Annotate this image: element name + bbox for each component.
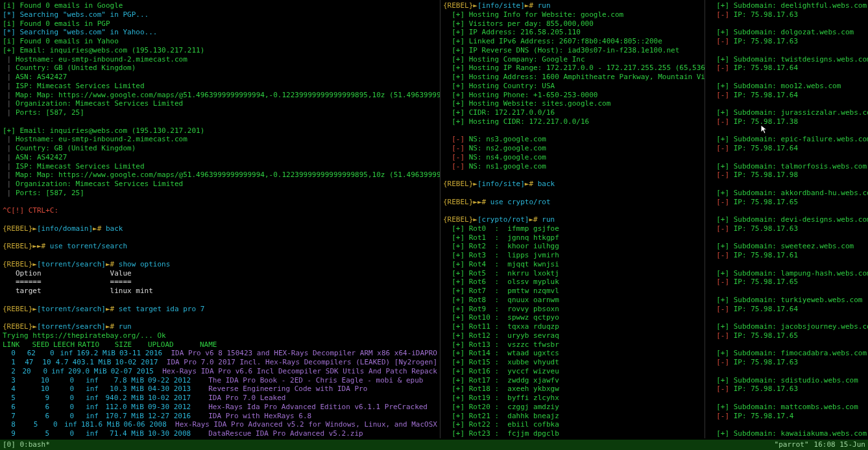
hosting-line: [+] Hosting CIDR: 172.217.0.0/16: [443, 117, 702, 126]
ip-line: [-] IP: 75.98.17.64: [708, 144, 865, 153]
subdomain-line: [+] Subdomain: jacobsjourney.webs.com: [708, 322, 865, 331]
email-detail: | Organization: Mimecast Services Limite…: [3, 180, 437, 189]
hosting-line: [+] Hosting Phone: +1-650-253-0000: [443, 91, 702, 100]
rot-line: [+] Rot6 : olssv mypluk: [443, 278, 702, 287]
options-sep: ====== =====: [3, 278, 437, 287]
subdomain-line: [+] Subdomain: fimocadabra.webs.com: [708, 349, 865, 358]
rot-line: [+] Rot11 : tqxxa rduqzp: [443, 322, 702, 331]
rot-line: [+] Rot21 : dahhk bneajz: [443, 412, 702, 421]
subdomain-line: [+] Subdomain: talmorfosis.webs.com: [708, 162, 865, 171]
email-detail: | Country: GB (United Kingdom): [3, 144, 437, 153]
prompt-line[interactable]: {REBEL}►[torrent/search]►# show options: [3, 260, 437, 269]
hosting-line: [+] Hosting Country: USA: [443, 82, 702, 91]
prompt-line[interactable]: {REBEL}►[torrent/search]►# run: [3, 322, 437, 331]
torrent-row[interactable]: 760inf170.7 MiB12-27 2016 IDA Pro with H…: [3, 412, 437, 421]
subdomain-line: [+] Subdomain: turkiyeweb.webs.com: [708, 296, 865, 305]
hosting-line: [+] CIDR: 172.217.0.0/16: [443, 108, 702, 117]
ip-line: [-] IP: 75.98.17.98: [708, 171, 865, 180]
recon-line: [*] Searching "webs.com" in Yahoo...: [3, 28, 437, 37]
ip-line: [-] IP: 75.98.17.63: [708, 358, 865, 367]
torrent-row[interactable]: 660inf112.0 MiB09-30 2012 Hex-Rays Ida P…: [3, 403, 437, 412]
torrent-row[interactable]: 590inf940.2 MiB10-02 2017 IDA Pro 7.0 Le…: [3, 394, 437, 403]
torrent-row[interactable]: 950inf71.4 MiB10-30 2008 DataRescue IDA …: [3, 429, 437, 438]
subdomain-line: [+] Subdomain: mattcombs.webs.com: [708, 403, 865, 412]
recon-line: [i] Found 0 emails in Yahoo: [3, 37, 437, 46]
rot-line: [+] Rot17 : zwddg xjawfv: [443, 376, 702, 385]
rot-line: [+] Rot16 : yvccf wizveu: [443, 367, 702, 376]
ip-line: [-] IP: 75.98.17.38: [708, 117, 865, 126]
tmux-statusbar[interactable]: [0] 0:bash* "parrot" 16:08 15-Jun: [0, 440, 868, 450]
ip-line: [-] IP: 75.98.17.64: [708, 91, 865, 100]
rot-line: [+] Rot4 : mjqqt kwnjsi: [443, 260, 702, 269]
prompt-line[interactable]: {REBEL}►[crypto/rot]►# run: [443, 215, 702, 224]
email-detail: | Hostname: eu-smtp-inbound-2.mimecast.c…: [3, 135, 437, 144]
subdomain-line: [+] Subdomain: dolgozat.webs.com: [708, 28, 865, 37]
rot-line: [+] Rot20 : czggj amdziy: [443, 403, 702, 412]
email-header: [+] Email: inquiries@webs.com (195.130.2…: [3, 46, 437, 55]
subdomain-line: [+] Subdomain: devi-designs.webs.com: [708, 215, 865, 224]
ip-line: [-] IP: 75.98.17.63: [708, 10, 865, 19]
hosting-line: [+] Hosting Address: 1600 Amphitheatre P…: [443, 73, 702, 82]
email-detail: | Ports: [587, 25]: [3, 189, 437, 198]
subdomain-line: [+] Subdomain: sweeteez.webs.com: [708, 242, 865, 251]
email-detail: | ASN: AS42427: [3, 153, 437, 162]
torrent-row[interactable]: 3100inf7.8 MiB09-22 2012 The IDA Pro Boo…: [3, 376, 437, 385]
prompt-line[interactable]: {REBEL}►[info/site]►# back: [443, 180, 702, 189]
email-detail: | Country: GB (United Kingdom): [3, 64, 437, 73]
rot-line: [+] Rot23 : fcjjm dpgclb: [443, 429, 702, 438]
pane-middle[interactable]: {REBEL}►[info/site]►# run [+] Hosting In…: [440, 0, 705, 438]
rot-line: [+] Rot19 : byffi zlcyhx: [443, 394, 702, 403]
ip-line: [-] IP: 75.98.17.65: [708, 278, 865, 287]
prompt-line[interactable]: {REBEL}►[torrent/search]►# set target id…: [3, 305, 437, 314]
pane-left[interactable]: [i] Found 0 emails in Google[*] Searchin…: [0, 0, 440, 438]
ip-line: [-] IP: 75.98.17.61: [708, 251, 865, 260]
prompt-line[interactable]: {REBEL}►[info/domain]►# back: [3, 224, 437, 233]
hosting-line: [+] Hosting Company: Google Inc: [443, 55, 702, 64]
ip-line: [-] IP: 75.98.17.65: [708, 331, 865, 340]
recon-line: [*] Searching "webs.com" in PGP...: [3, 10, 437, 19]
hosting-line: [+] Hosting Website: sites.google.com: [443, 99, 702, 108]
prompt-line[interactable]: {REBEL}►►# use crypto/rot: [443, 198, 702, 207]
rot-line: [+] Rot3 : lipps jvmirh: [443, 251, 702, 260]
rot-line: [+] Rot7 : pmttw nzqmvl: [443, 287, 702, 296]
options-header: Option Value: [3, 269, 437, 278]
email-detail: | Map: Map: https://www.google.com/maps/…: [3, 91, 437, 100]
status-host: "parrot": [775, 440, 809, 449]
torrent-row[interactable]: 147104.7403.1 MiB10-02 2017 IDA Pro 7.0 …: [3, 358, 437, 367]
hosting-line: [+] Hosting IP Range: 172.217.0.0 - 172.…: [443, 64, 702, 73]
ns-line: [-] NS: ns1.google.com: [443, 162, 702, 171]
torrent-row[interactable]: 4100inf10.3 MiB04-30 2013 Reverse Engine…: [3, 385, 437, 394]
email-header: [+] Email: inquiries@webs.com (195.130.2…: [3, 126, 437, 136]
subdomain-line: [+] Subdomain: deelightful.webs.com: [708, 1, 865, 10]
rot-line: [+] Rot8 : qnuux oarnwm: [443, 296, 702, 305]
status-left: [0] 0:bash*: [3, 440, 50, 449]
rot-line: [+] Rot1 : jgnnq htkgpf: [443, 233, 702, 243]
subdomain-line: [+] Subdomain: moo12.webs.com: [708, 82, 865, 91]
prompt-line[interactable]: {REBEL}►[info/site]►# run: [443, 1, 702, 10]
ctrlc-line: ^C[!] CTRL+C:: [3, 206, 437, 215]
trying-line: Trying https://thepiratebay.org/... Ok: [3, 331, 437, 340]
torrent-row[interactable]: 2200inf209.0 MiB02-07 2015 Hex-Rays IDA …: [3, 367, 437, 376]
email-detail: | ISP: Mimecast Services Limited: [3, 162, 437, 171]
rot-line: [+] Rot9 : rovvy pbsoxn: [443, 305, 702, 314]
ip-line: [-] IP: 75.98.17.63: [708, 37, 865, 46]
torrent-row[interactable]: 0620inf169.2 MiB03-11 2016 IDA Pro v6 8 …: [3, 349, 437, 358]
email-detail: | Hostname: eu-smtp-inbound-2.mimecast.c…: [3, 55, 437, 64]
subdomain-line: [+] Subdomain: lampung-hash.webs.com: [708, 269, 865, 278]
ip-line: [-] IP: 75.98.17.4: [708, 412, 865, 421]
pane-right[interactable]: [+] Subdomain: deelightful.webs.com [-] …: [705, 0, 868, 438]
subdomain-line: [+] Subdomain: kawaiiakuma.webs.com: [708, 429, 865, 438]
email-detail: | Map: Map: https://www.google.com/maps/…: [3, 171, 437, 180]
hosting-line: [+] Linked IPv6 Address: 2607:f8b0:4004:…: [443, 37, 702, 46]
hosting-line: [+] Visitors per day: 855,000,000: [443, 19, 702, 29]
ip-line: [-] IP: 75.98.17.63: [708, 224, 865, 233]
email-detail: | ISP: Mimecast Services Limited: [3, 82, 437, 91]
prompt-line[interactable]: {REBEL}►►# use torrent/search: [3, 242, 437, 251]
torrent-header: LINK SEED LEECH RATIO SIZE UPLOAD NAME: [3, 340, 437, 349]
ns-line: [-] NS: ns3.google.com: [443, 135, 702, 144]
rot-line: [+] Rot14 : wtaad ugxtcs: [443, 349, 702, 358]
recon-line: [i] Found 0 emails in Google: [3, 1, 437, 10]
torrent-row[interactable]: 850inf181.6 MiB06-06 2008 Hex-Rays IDA P…: [3, 420, 437, 429]
subdomain-line: [+] Subdomain: epic-failure.webs.com: [708, 135, 865, 144]
ip-line: [-] IP: 75.98.17.65: [708, 198, 865, 207]
